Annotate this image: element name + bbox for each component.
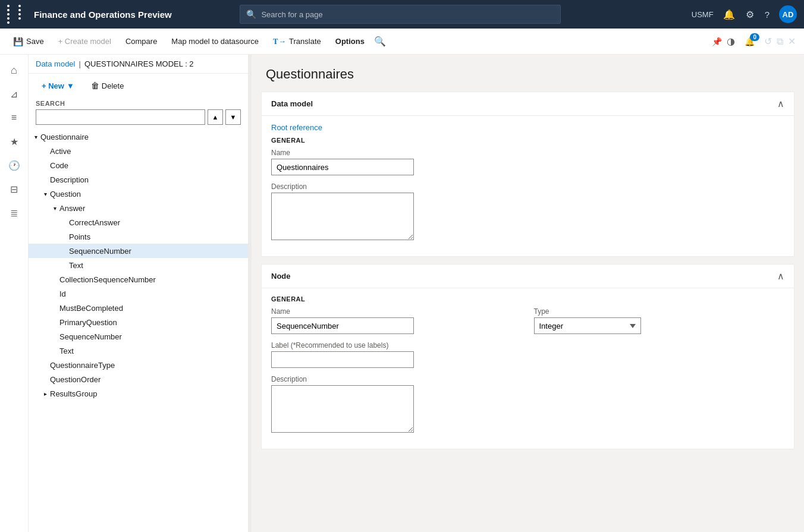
tree-item-code[interactable]: Code: [29, 158, 248, 172]
help-button[interactable]: ?: [764, 8, 771, 21]
node-section-header: Node ∧: [262, 265, 794, 288]
badge-btn[interactable]: 🔔 0: [739, 32, 761, 51]
resize-handle[interactable]: [249, 55, 252, 532]
translate-icon: 𝐓→: [273, 37, 286, 46]
top-nav-right: USMF 🔔 ⚙ ? AD: [692, 5, 797, 23]
tree-label-id: Id: [59, 289, 66, 298]
dark-mode-icon[interactable]: ◑: [726, 34, 736, 48]
node-type-select[interactable]: Integer String Boolean Real Int64 Date D…: [534, 317, 641, 334]
search-down-btn[interactable]: ▼: [225, 109, 241, 125]
tree-label-correctanswer: CorrectAnswer: [69, 218, 120, 227]
tree-item-answer[interactable]: ▾Answer: [29, 201, 248, 215]
tree-label-code: Code: [50, 161, 68, 170]
tree-toggle-resultsgroup[interactable]: ▸: [40, 389, 50, 398]
tree-item-primaryquestion[interactable]: PrimaryQuestion: [29, 315, 248, 329]
tree-item-id[interactable]: Id: [29, 287, 248, 301]
tree-label-questionnaire: Questionnaire: [40, 133, 89, 141]
close-icon[interactable]: ✕: [787, 34, 797, 48]
tree-item-sequencenumber2[interactable]: SequenceNumber: [29, 329, 248, 344]
notification-bell[interactable]: 🔔: [722, 8, 736, 21]
tree-label-text-answer: Text: [69, 261, 83, 270]
node-left-col: Name: [271, 307, 522, 341]
search-cmd-icon[interactable]: 🔍: [373, 34, 387, 48]
refresh-icon[interactable]: ↺: [763, 34, 773, 48]
tree-toolbar: + New ▼ 🗑 Delete: [29, 74, 248, 97]
data-model-collapse-btn[interactable]: ∧: [777, 98, 784, 109]
save-button[interactable]: 💾 Save: [7, 32, 50, 51]
settings-gear[interactable]: ⚙: [745, 8, 755, 21]
node-type-group: Type Integer String Boolean Real Int64 D…: [534, 307, 785, 334]
sidebar-table-icon[interactable]: ⊟: [4, 178, 25, 200]
tree-item-mustbecompleted[interactable]: MustBeCompleted: [29, 301, 248, 315]
node-section: Node ∧ GENERAL Name Type: [261, 264, 794, 449]
new-window-icon[interactable]: ⧉: [775, 35, 784, 48]
map-model-button[interactable]: Map model to datasource: [165, 32, 265, 51]
node-name-group: Name: [271, 307, 522, 334]
save-label: Save: [26, 37, 44, 46]
breadcrumb-model-name: QUESTIONNAIRES MODEL : 2: [84, 59, 194, 68]
new-button[interactable]: + New ▼: [36, 79, 80, 93]
data-model-name-input[interactable]: [271, 159, 414, 175]
compare-button[interactable]: Compare: [120, 32, 163, 51]
search-placeholder: Search for a page: [261, 10, 322, 19]
sidebar-menu-icon[interactable]: ≡: [4, 107, 25, 128]
delete-icon: 🗑: [91, 81, 99, 90]
node-label-input[interactable]: [271, 351, 414, 368]
sidebar-home-icon[interactable]: ⌂: [4, 59, 25, 81]
tree-item-questionnaire[interactable]: ▾Questionnaire: [29, 130, 248, 144]
data-model-description-textarea[interactable]: [271, 193, 414, 240]
options-button[interactable]: Options: [329, 32, 370, 51]
tree-label-answer: Answer: [59, 204, 85, 213]
create-model-button[interactable]: + Create model: [52, 32, 117, 51]
tree-item-collectionsequencenumber[interactable]: CollectionSequenceNumber: [29, 272, 248, 287]
tree-item-text-question[interactable]: Text: [29, 344, 248, 358]
pin-icon[interactable]: 📌: [711, 36, 723, 48]
root-reference-link[interactable]: Root reference: [271, 123, 322, 132]
detail-title: Questionnaires: [252, 55, 804, 92]
search-bar[interactable]: 🔍 Search for a page: [240, 5, 561, 24]
node-collapse-btn[interactable]: ∧: [777, 270, 784, 282]
tree-toggle-answer[interactable]: ▾: [50, 203, 59, 213]
command-bar: 💾 Save + Create model Compare Map model …: [0, 29, 804, 55]
tree-item-description[interactable]: Description: [29, 172, 248, 187]
tree-item-text-answer[interactable]: Text: [29, 258, 248, 272]
data-model-name-group: Name: [271, 149, 784, 175]
sidebar-star-icon[interactable]: ★: [4, 131, 25, 152]
tree-label-question: Question: [50, 190, 81, 199]
tree-item-questionnairetype[interactable]: QuestionnaireType: [29, 358, 248, 372]
node-label-group: Label (*Recommended to use labels): [271, 341, 784, 368]
tree-item-correctanswer[interactable]: CorrectAnswer: [29, 215, 248, 229]
tree-item-sequencenumber[interactable]: SequenceNumber: [29, 244, 248, 258]
app-title: Finance and Operations Preview: [34, 10, 172, 20]
tree-panel: Data model | QUESTIONNAIRES MODEL : 2 + …: [29, 55, 249, 532]
search-up-btn[interactable]: ▲: [208, 109, 223, 125]
node-section-label: Node: [271, 272, 291, 281]
tree-item-questionorder[interactable]: QuestionOrder: [29, 372, 248, 386]
app-grid-icon[interactable]: [7, 5, 28, 24]
tree-item-points[interactable]: Points: [29, 229, 248, 244]
tree-item-active[interactable]: Active: [29, 144, 248, 158]
tree-toggle-questionnaire[interactable]: ▾: [31, 132, 40, 141]
node-description-label: Description: [271, 375, 784, 383]
node-description-textarea[interactable]: [271, 385, 414, 433]
user-label: USMF: [692, 10, 714, 19]
sidebar-clock-icon[interactable]: 🕐: [4, 155, 25, 176]
sidebar-list-icon[interactable]: ≣: [4, 202, 25, 223]
search-section: SEARCH ▲ ▼: [29, 97, 248, 130]
search-input[interactable]: [36, 109, 205, 125]
avatar[interactable]: AD: [779, 5, 797, 23]
tree-item-question[interactable]: ▾Question: [29, 187, 248, 201]
tree-label-mustbecompleted: MustBeCompleted: [59, 304, 123, 313]
node-description-group: Description: [271, 375, 784, 435]
new-chevron-icon: ▼: [67, 81, 74, 90]
tree-item-resultsgroup[interactable]: ▸ResultsGroup: [29, 386, 248, 401]
sidebar-filter-icon[interactable]: ⊿: [4, 83, 25, 105]
translate-button[interactable]: 𝐓→ Translate: [267, 32, 327, 51]
search-label: SEARCH: [36, 100, 241, 107]
main-layout: ⌂ ⊿ ≡ ★ 🕐 ⊟ ≣ Data model | QUESTIONNAIRE…: [0, 55, 804, 532]
node-name-input[interactable]: [271, 317, 414, 334]
breadcrumb-data-model[interactable]: Data model: [36, 59, 75, 68]
tree-toggle-question[interactable]: ▾: [40, 189, 50, 199]
delete-button[interactable]: 🗑 Delete: [85, 78, 130, 93]
search-row: ▲ ▼: [36, 109, 241, 125]
